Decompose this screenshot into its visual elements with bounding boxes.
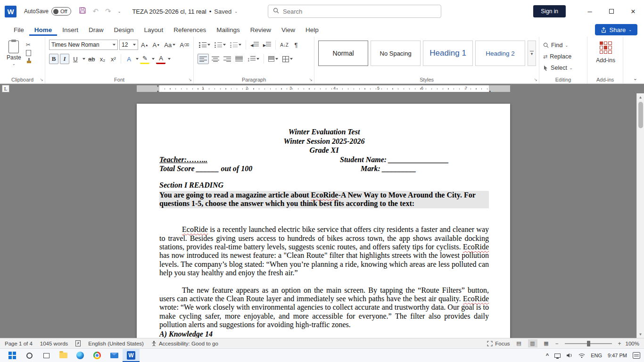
web-layout-button[interactable]: ▦	[542, 339, 551, 347]
page-indicator[interactable]: Page 1 of 4	[5, 341, 33, 346]
subscript-button[interactable]: x₂	[98, 54, 107, 64]
close-button[interactable]: ✕	[622, 0, 644, 23]
increase-indent-button[interactable]: ▸	[262, 40, 273, 50]
zoom-slider-thumb[interactable]	[587, 341, 590, 346]
horizontal-ruler[interactable]: 1 2 3 4 5 6 7 ▾ ▴ ▴	[137, 85, 510, 92]
replace-button[interactable]: ⇄ Replace	[543, 51, 584, 62]
edge-button[interactable]	[72, 349, 89, 362]
underline-chevron-icon[interactable]	[83, 58, 85, 60]
find-button[interactable]: Find ⌄	[543, 40, 584, 51]
title-chevron-icon[interactable]: ⌄	[234, 9, 238, 14]
redo-icon[interactable]: ↷	[105, 7, 111, 16]
focus-button[interactable]: Focus	[487, 341, 510, 346]
style-heading-2[interactable]: Heading 2	[475, 41, 525, 66]
grow-font-button[interactable]: A▲	[140, 40, 150, 50]
select-button[interactable]: Select ⌄	[543, 62, 584, 74]
paragraph-dialog-launcher[interactable]: ↘	[309, 77, 313, 82]
tab-file[interactable]: File	[8, 24, 29, 36]
styles-dialog-launcher[interactable]: ↘	[534, 77, 538, 82]
clock[interactable]: 9:47 PM	[608, 353, 627, 358]
sign-in-button[interactable]: Sign in	[533, 5, 566, 17]
highlight-chevron-icon[interactable]	[152, 58, 155, 60]
zoom-slider[interactable]	[565, 343, 612, 344]
word-count[interactable]: 1045 words	[40, 341, 68, 346]
document-canvas[interactable]: Winter Evaluation Test Winter Session 20…	[0, 93, 644, 338]
scroll-up-arrow-icon[interactable]: ▲	[639, 93, 643, 101]
tab-layout[interactable]: Layout	[139, 24, 169, 36]
font-color-chevron-icon[interactable]	[168, 58, 171, 60]
addins-button[interactable]: Add-ins	[591, 41, 620, 64]
show-formatting-marks-button[interactable]: ¶	[291, 40, 301, 50]
notification-center-icon[interactable]	[633, 352, 640, 359]
autosave-toggle[interactable]: Off	[51, 7, 71, 16]
accessibility-status[interactable]: Accessibility: Good to go	[151, 341, 218, 346]
tab-stop-selector[interactable]: L	[2, 85, 9, 92]
language-indicator-tray[interactable]: ENG	[591, 353, 602, 358]
decrease-indent-button[interactable]: ◂	[249, 40, 260, 50]
display-tray-icon[interactable]	[554, 354, 561, 358]
customize-qat-chevron-icon[interactable]: ⌄	[118, 9, 121, 14]
minimize-button[interactable]: ─	[579, 0, 601, 23]
underline-button[interactable]: U	[71, 54, 80, 64]
tab-help[interactable]: Help	[300, 24, 324, 36]
strikethrough-button[interactable]: ab	[87, 54, 96, 64]
right-indent-marker[interactable]: ▴	[489, 90, 491, 92]
share-button[interactable]: Share ⌄	[595, 24, 637, 35]
italic-button[interactable]: I	[60, 54, 69, 64]
document-title[interactable]: TEZA 2025-2026 cl, 11 real • Saved ⌄	[132, 8, 237, 15]
language-indicator[interactable]: English (United States)	[88, 341, 144, 346]
network-icon[interactable]	[578, 353, 585, 358]
paste-button[interactable]: Paste ⌄	[4, 40, 24, 75]
tab-review[interactable]: Review	[245, 24, 276, 36]
tab-mailings[interactable]: Mailings	[211, 24, 245, 36]
bullets-button[interactable]	[198, 40, 212, 50]
start-button[interactable]	[4, 349, 21, 362]
font-size-combobox[interactable]: 12	[119, 40, 138, 50]
proofing-status-icon[interactable]: ✗	[75, 340, 81, 346]
line-spacing-button[interactable]: ↕	[246, 54, 261, 64]
format-painter-icon[interactable]	[26, 58, 32, 64]
document-page[interactable]: Winter Evaluation Test Winter Session 20…	[137, 104, 510, 338]
style-no-spacing[interactable]: No Spacing	[371, 41, 421, 66]
numbering-button[interactable]	[213, 40, 227, 50]
styles-gallery-more-button[interactable]: ▾	[528, 41, 536, 66]
zoom-out-button[interactable]: −	[555, 340, 559, 347]
text-effects-button[interactable]: A	[124, 54, 133, 64]
sort-button[interactable]: A↓Z	[279, 40, 290, 50]
read-mode-button[interactable]: ▤	[514, 339, 524, 347]
collapse-ribbon-chevron-icon[interactable]: ⌄	[633, 75, 637, 82]
search-bar[interactable]	[268, 5, 441, 18]
word-app-icon[interactable]: W	[5, 6, 17, 17]
clear-formatting-button[interactable]: A⌫	[178, 40, 190, 50]
align-left-button[interactable]	[198, 54, 209, 64]
search-input[interactable]	[283, 8, 436, 15]
change-case-button[interactable]: Aa	[163, 40, 177, 50]
file-explorer-button[interactable]	[55, 349, 72, 362]
undo-icon[interactable]: ↶	[93, 7, 99, 16]
tab-design[interactable]: Design	[109, 24, 139, 36]
font-family-combobox[interactable]: Times New Roman	[49, 40, 118, 50]
borders-button[interactable]	[281, 54, 294, 64]
tab-view[interactable]: View	[276, 24, 300, 36]
tab-draw[interactable]: Draw	[83, 24, 109, 36]
font-color-button[interactable]: A	[156, 54, 165, 64]
mail-button[interactable]	[106, 349, 123, 362]
maximize-button[interactable]	[601, 0, 622, 23]
text-effects-chevron-icon[interactable]	[136, 58, 139, 60]
first-line-indent-marker[interactable]: ▾	[157, 85, 159, 88]
scroll-down-arrow-icon[interactable]: ▼	[639, 330, 643, 338]
tab-insert[interactable]: Insert	[57, 24, 83, 36]
vertical-scrollbar[interactable]: ▲ ▼	[636, 93, 644, 338]
justify-button[interactable]	[234, 54, 244, 64]
tab-references[interactable]: References	[168, 24, 211, 36]
volume-icon[interactable]	[566, 353, 573, 358]
save-icon[interactable]	[79, 7, 86, 16]
align-right-button[interactable]	[222, 54, 232, 64]
task-view-button[interactable]	[38, 349, 55, 362]
shrink-font-button[interactable]: A▼	[151, 40, 162, 50]
shading-button[interactable]	[267, 54, 280, 64]
align-center-button[interactable]	[210, 54, 221, 64]
superscript-button[interactable]: x²	[108, 54, 118, 64]
cut-icon[interactable]: ✂	[26, 41, 32, 48]
clipboard-dialog-launcher[interactable]: ↘	[40, 77, 43, 82]
